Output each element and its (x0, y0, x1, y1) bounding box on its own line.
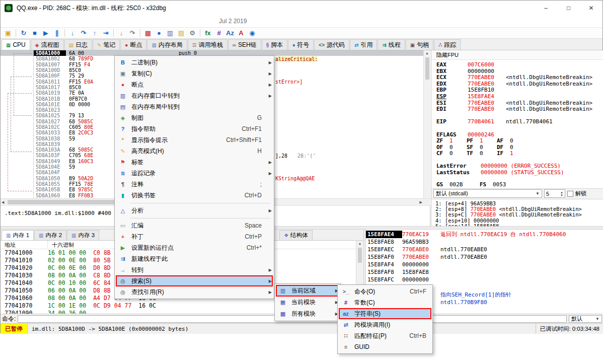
step-out-icon[interactable]: ↑ (89, 28, 100, 38)
menu-item[interactable]: ? 指令帮助 Ctrl+F1 (116, 123, 273, 134)
scrollbar-thumb[interactable] (358, 248, 362, 263)
stack-row[interactable]: 15E8FAF8 15E8FAE8 (366, 268, 603, 276)
open-file-icon[interactable]: ▣ (3, 28, 14, 38)
menu-item[interactable]: ▥ 在内存窗口中转到 ▶ (116, 90, 273, 101)
highlight-icon[interactable]: A (236, 28, 247, 38)
tab-struct[interactable]: ❖ 结构体 (279, 230, 312, 240)
menu-item[interactable]: ▩ 所有模块 ▶ (276, 308, 339, 320)
tab-memory-map[interactable]: ▥ 内存布局 (147, 39, 187, 50)
strings-icon[interactable]: Az (224, 28, 236, 38)
menu-item[interactable]: az 字符串(S) (339, 308, 431, 319)
register-row[interactable]: EDX 770EABE0 <ntdll.DbgUiRemoteBreakin> (436, 81, 603, 88)
scrollbar-thumb[interactable] (425, 57, 429, 80)
tab-cpu[interactable]: ▦ CPU (2, 39, 30, 50)
menu-bar-item[interactable] (3, 21, 10, 23)
tab-graph[interactable]: ◈ 流程图 (31, 39, 64, 50)
tab-threads[interactable]: ⇉ 线程 (378, 39, 405, 50)
menu-item[interactable]: >_ 命令(O) Ctrl+F (339, 286, 431, 297)
flags-row[interactable]: CF0 TF0 IF1 (436, 151, 603, 157)
last-error-row[interactable]: LastStatus 00000000 (STATUS_SUCCESS) (436, 170, 603, 176)
menu-item[interactable]: # 常数(C) (339, 297, 431, 308)
menu-bar-item[interactable] (17, 21, 24, 23)
menu-item[interactable]: ¤ GUID (339, 341, 431, 352)
step-into-icon[interactable]: ↓ (67, 28, 78, 38)
menu-item[interactable]: ▶ 设置新的运行点 Ctrl+* (116, 242, 273, 253)
menu-bar-item[interactable] (24, 21, 31, 23)
menu-item[interactable]: ▭ 汇编 Space (116, 220, 273, 231)
minimize-button[interactable]: – (535, 1, 557, 16)
menu-item[interactable]: ◈ 制图 G (116, 112, 273, 123)
stack-row[interactable]: 15E8FAE4 770EAC19 返回到 ntdll.770EAC19 自 n… (366, 231, 603, 238)
disassembly-vertical-scrollbar[interactable]: ▲ (423, 50, 430, 198)
tab-script[interactable]: § 脚本 (262, 39, 288, 50)
step-over-icon[interactable]: ↷ (78, 28, 89, 38)
log-icon[interactable]: ▤ (176, 28, 187, 38)
favourites-icon[interactable]: ◉ (247, 28, 258, 38)
segment-registers-row[interactable]: GS002B FS0053 (436, 182, 603, 188)
scroll-up-icon[interactable]: ▲ (424, 50, 430, 56)
menu-item[interactable]: ▮ 切换书签 Ctrl+D (116, 190, 273, 201)
menu-item[interactable]: + 补丁 Ctrl+P (116, 231, 273, 242)
menu-item[interactable] (116, 216, 273, 220)
restart-icon[interactable]: ↻ (18, 28, 29, 38)
settings-icon[interactable]: ⚙ (187, 28, 198, 38)
tab-log[interactable]: ▤ 日志 (64, 39, 92, 50)
tab-dump-3[interactable]: ▥ 内存 3 (67, 230, 99, 240)
checkbox-icon[interactable] (567, 191, 573, 197)
register-row[interactable]: ESP 15E8FAE4 (436, 94, 603, 100)
trace-into-icon[interactable]: ↓ (116, 28, 127, 38)
command-script-select[interactable]: 默认▼ (569, 315, 602, 323)
pattern-icon[interactable]: # (213, 28, 224, 38)
tab-source[interactable]: <> 源代码 (314, 39, 349, 50)
tab-references[interactable]: ⇄ 引用 (350, 39, 377, 50)
menu-item[interactable]: ● 断点 ▶ (116, 79, 273, 90)
menu-item[interactable]: ≋ 追踪记录 ▶ (116, 168, 273, 179)
stack-row[interactable]: 15E8FAFC 00000000 (366, 276, 603, 283)
menu-item[interactable]: ▦ 当前模块 ▶ (276, 297, 339, 308)
tab-symbols[interactable]: ♦ 符号 (288, 39, 314, 50)
menu-item[interactable]: ⇄ 跨模块调用(I) (339, 319, 431, 330)
menu-bar-item[interactable] (52, 21, 59, 23)
tab-dump-2[interactable]: ▥ 内存 2 (34, 230, 66, 240)
register-row[interactable]: EFLAGS 00000246 (436, 132, 603, 138)
run-icon[interactable]: ▶ (40, 28, 51, 38)
flags-row[interactable]: ZF1 PF1 AF0 (436, 138, 603, 144)
horizontal-splitter[interactable] (1, 226, 603, 230)
register-row[interactable]: EIP 770B4061 ntdll.770B4061 (436, 119, 603, 125)
stack-row[interactable]: 15E8FAF4 00000000 (366, 261, 603, 268)
menu-item[interactable]: ▤ 在内存布局中转到 (116, 101, 273, 112)
menu-bar-item[interactable] (45, 21, 52, 23)
pause-icon[interactable]: ∥ (51, 28, 62, 38)
tab-trace[interactable]: ∴ 跟踪 (434, 39, 461, 50)
tab-call-stack[interactable]: ☰ 调用堆栈 (188, 39, 228, 50)
menu-item[interactable]: ◎ 搜索(S) ▶ (116, 275, 273, 286)
unlock-checkbox[interactable]: 解锁 (567, 190, 586, 197)
scroll-left-icon[interactable]: ◀ (2, 200, 4, 204)
last-error-row[interactable]: LastError 00000000 (ERROR_SUCCESS) (436, 163, 603, 170)
tab-notes[interactable]: ✎ 笔记 (93, 39, 120, 50)
maximize-button[interactable]: □ (557, 1, 580, 16)
scroll-right-icon[interactable]: ▶ (420, 200, 422, 204)
close-button[interactable]: ✕ (580, 1, 602, 16)
menu-item[interactable]: * 显示指令提示 Ctrl+Shift+F1 (116, 134, 273, 145)
menu-item[interactable]: ⚑ 标签 ▶ (116, 157, 273, 168)
stack-row[interactable]: 15E8FAEC 770EABE0 ntdll.770EABE0 (366, 246, 603, 253)
register-row[interactable]: EDI 770EABE0 <ntdll.DbgUiRemoteBreakin> (436, 106, 603, 113)
tab-dump-1[interactable]: ▥ 内存 1 (2, 230, 34, 240)
memory-map-icon[interactable]: ▥ (165, 28, 176, 38)
menu-item[interactable]: ⇉ 新建线程于此 (116, 253, 273, 264)
menu-item[interactable]: △ 分析 ▶ (116, 205, 273, 216)
hide-fpu-button[interactable]: 隐藏FPU (431, 50, 603, 60)
menu-bar-item[interactable] (38, 21, 45, 23)
argument-row[interactable]: 5: [esp+14] 15E8FAE8 (435, 224, 603, 226)
menu-item[interactable]: ∷ 匹配特征(P) Ctrl+B (339, 330, 431, 341)
tab-handles[interactable]: ▣ 句柄 (406, 39, 433, 50)
menu-bar-item[interactable] (10, 21, 17, 23)
menu-item[interactable]: → 转到 ▶ (116, 264, 273, 275)
tab-seh[interactable]: ∞ SEH链 (228, 39, 261, 50)
calling-convention-select[interactable]: 默认 (stdcall)▼ (433, 189, 542, 198)
menu-bar-item[interactable] (31, 21, 38, 23)
menu-item[interactable]: ✎ 高亮模式(H) H (116, 145, 273, 157)
patch-icon[interactable]: ▩ (142, 28, 154, 38)
stack-row[interactable]: 15E8FAE8 96A59BB3 (366, 238, 603, 246)
